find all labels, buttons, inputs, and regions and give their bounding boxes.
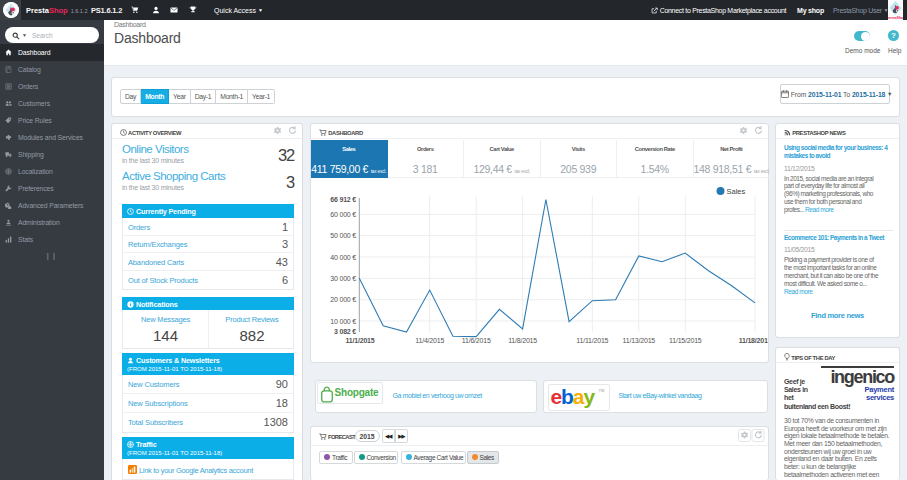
svg-text:11/4/2015: 11/4/2015 — [415, 337, 444, 344]
svg-text:3 082 €: 3 082 € — [334, 328, 356, 335]
svg-text:11/13/2015: 11/13/2015 — [623, 337, 656, 344]
svg-text:66 912 €: 66 912 € — [330, 196, 356, 203]
svg-text:60 000 €: 60 000 € — [330, 211, 356, 218]
svg-text:40 000 €: 40 000 € — [330, 254, 356, 261]
svg-text:Sales: Sales — [727, 187, 746, 196]
svg-text:30 000 €: 30 000 € — [330, 275, 356, 282]
svg-text:11/15/2015: 11/15/2015 — [669, 337, 702, 344]
svg-text:11/11/2015: 11/11/2015 — [576, 337, 608, 344]
svg-text:PrestaShop: PrestaShop — [888, 16, 903, 20]
svg-text:11/6/2015: 11/6/2015 — [462, 337, 491, 344]
svg-text:11/8/2015: 11/8/2015 — [508, 337, 537, 344]
svg-text:11/18/2015: 11/18/2015 — [739, 337, 768, 344]
svg-text:10 000 €: 10 000 € — [330, 318, 356, 325]
svg-text:11/1/2015: 11/1/2015 — [346, 337, 375, 344]
svg-text:20 000 €: 20 000 € — [330, 296, 356, 303]
svg-text:50 000 €: 50 000 € — [330, 232, 356, 239]
